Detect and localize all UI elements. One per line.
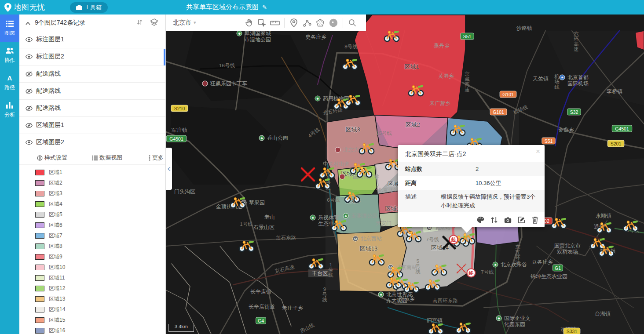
legend-swatch	[35, 307, 44, 312]
legend-item[interactable]: 区域2	[19, 178, 165, 188]
scrollbar-thumb[interactable]	[164, 49, 165, 65]
legend-item[interactable]: 区域6	[19, 220, 165, 230]
measure-tool-button[interactable]	[268, 17, 282, 29]
layer-name: 标注图层1	[36, 36, 64, 44]
transit-line-label: 京藏高速	[465, 71, 470, 92]
legend-item[interactable]: 区域5	[19, 209, 165, 220]
eye-off-icon[interactable]	[26, 123, 36, 128]
legend-label: 区域5	[49, 211, 62, 218]
end-marker[interactable]: 终	[467, 269, 476, 277]
edit-title-icon[interactable]: ✎	[262, 4, 267, 11]
left-rail: 图层协作A路径分析	[0, 15, 19, 334]
eye-off-icon[interactable]	[26, 71, 36, 77]
more-label: 更多	[152, 154, 164, 162]
region-label: 区域1	[404, 63, 419, 70]
icon-glyph: M	[354, 237, 357, 241]
pan-tool-button[interactable]	[242, 17, 255, 29]
style-palette-button[interactable]	[477, 216, 484, 223]
legend-item[interactable]: 区域12	[19, 283, 165, 294]
layer-row-6[interactable]: 区域图层1	[19, 117, 165, 134]
layer-row-1[interactable]: 标注图层1	[19, 31, 165, 48]
legend-item[interactable]: 区域9	[19, 251, 165, 262]
polygon-tool-button[interactable]	[314, 17, 327, 29]
camera-button[interactable]	[504, 217, 512, 223]
edit-pencil-icon	[518, 216, 525, 223]
collapse-up-icon[interactable]	[26, 19, 30, 26]
close-icon[interactable]: ×	[536, 148, 540, 155]
legend-item[interactable]: 区域14	[19, 304, 165, 315]
eye-icon[interactable]	[26, 140, 36, 145]
data-view-button[interactable]: 数据视图	[92, 154, 122, 162]
city-name: 北京市	[173, 19, 191, 27]
toolbox-button[interactable]: 工具箱	[70, 2, 108, 13]
layer-count-text: 9个图层742条记录	[35, 19, 85, 27]
place-label: 北京首都国际机场	[567, 74, 589, 87]
legend-label: 区域2	[49, 179, 62, 187]
toolbar-separator	[343, 18, 343, 28]
layer-row-5[interactable]: 配送路线	[19, 100, 165, 117]
place-label: 香山公园	[267, 135, 288, 141]
layer-row-7[interactable]: 区域图层2	[19, 134, 165, 151]
more-button[interactable]: 更多	[149, 154, 164, 162]
legend-swatch	[35, 328, 44, 334]
legend-label: 区域10	[49, 264, 65, 271]
legend-item[interactable]: 区域13	[19, 294, 165, 304]
layer-row-4[interactable]: 配送路线	[19, 83, 165, 100]
legend-item[interactable]: 区域10	[19, 262, 165, 272]
layer-row-3[interactable]: 配送路线	[19, 65, 165, 83]
legend-label: 区域15	[49, 316, 65, 324]
select-tool-button[interactable]	[255, 17, 268, 29]
eye-off-icon[interactable]	[26, 105, 36, 111]
buffer-tool-button[interactable]	[327, 17, 340, 29]
route-swap-button[interactable]	[491, 216, 498, 224]
app-logo[interactable]: 地图无忧	[4, 2, 45, 12]
legend-item[interactable]: 区域7	[19, 230, 165, 241]
panel-collapse-handle[interactable]	[166, 148, 172, 190]
briefcase-icon	[76, 5, 82, 10]
sidebar-item-2[interactable]: 协作	[0, 42, 19, 69]
legend-label: 区域1	[49, 169, 62, 176]
popup-pointer	[461, 227, 472, 233]
region-legend: 区域1区域2区域3区域4区域5区域6区域7区域8区域9区域10区域11区域12区…	[19, 165, 165, 334]
delete-button[interactable]	[532, 216, 538, 224]
legend-item[interactable]: 区域15	[19, 315, 165, 325]
line-tool-button[interactable]	[300, 17, 314, 29]
legend-item[interactable]: 区域16	[19, 325, 165, 334]
city-selector[interactable]: 北京市 ▾	[173, 19, 196, 27]
hand-icon	[244, 18, 253, 27]
start-marker[interactable]: 起	[450, 236, 458, 244]
legend-item[interactable]: 区域1	[19, 167, 165, 178]
legend-item[interactable]: 区域3	[19, 188, 165, 199]
edit-button[interactable]	[518, 216, 525, 223]
legend-label: 区域14	[49, 306, 65, 313]
marker-tool-button[interactable]	[287, 17, 300, 29]
place-label: 天安门	[376, 220, 392, 226]
legend-swatch	[35, 201, 44, 207]
eye-icon[interactable]	[26, 54, 36, 59]
sidebar-item-3[interactable]: A路径	[0, 69, 19, 96]
legend-item[interactable]: 区域4	[19, 199, 165, 209]
legend-swatch	[35, 191, 44, 196]
layer-name: 标注图层2	[36, 53, 64, 61]
legend-swatch	[35, 170, 44, 175]
style-settings-button[interactable]: 样式设置	[37, 154, 67, 162]
place-label: 金顶街街道	[216, 203, 242, 210]
eye-off-icon[interactable]	[26, 88, 36, 94]
add-layer-icon[interactable]	[150, 18, 158, 27]
sidebar-item-4[interactable]: 分析	[0, 96, 19, 123]
road-badge-text: G101	[493, 109, 504, 115]
place-label: 金盏乡	[558, 127, 574, 133]
sidebar-item-label: 图层	[4, 29, 15, 37]
legend-item[interactable]: 区域8	[19, 241, 165, 251]
legend-item[interactable]: 区域11	[19, 272, 165, 283]
sidebar-item-label: 分析	[4, 111, 15, 119]
layer-panel-header[interactable]: 9个图层742条记录	[19, 15, 165, 31]
sidebar-item-1[interactable]: 图层	[0, 15, 19, 42]
layer-sub-toolbar: 样式设置数据视图更多	[19, 151, 165, 165]
layer-name: 配送路线	[36, 70, 61, 78]
layer-row-2[interactable]: 标注图层2	[19, 48, 165, 65]
eye-icon[interactable]	[26, 37, 36, 42]
sort-layers-icon[interactable]	[136, 19, 143, 27]
transit-line-label: 东五环路	[515, 244, 520, 265]
search-button[interactable]	[346, 17, 359, 29]
